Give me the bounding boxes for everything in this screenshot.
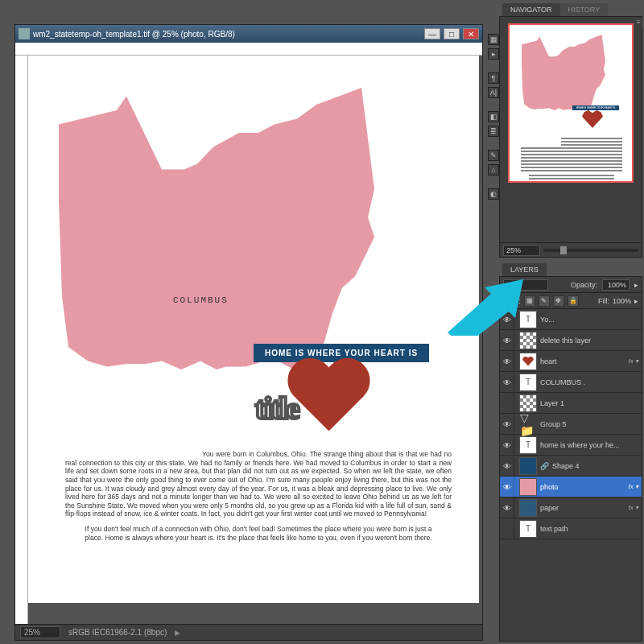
zoom-slider[interactable] (543, 249, 638, 252)
layers-lock-row: Lock: ▦ ✎ ✥ 🔒 Fill: 100% ▸ (500, 293, 642, 309)
layer-name[interactable]: Yo... (540, 316, 638, 324)
lock-all-icon[interactable]: 🔒 (568, 295, 579, 307)
panel-menu-icon[interactable]: ≡ (634, 18, 642, 27)
layer-thumbnail: ▽ 📁 (519, 415, 537, 433)
visibility-toggle[interactable]: 👁 (500, 309, 514, 329)
fill-label: Fill: (598, 297, 609, 305)
layer-row[interactable]: 👁delete this layer (500, 330, 642, 351)
character-icon[interactable]: A| (488, 87, 499, 98)
nav-zoom-field[interactable]: 25% (503, 245, 540, 256)
opacity-arrow-icon[interactable]: ▸ (634, 281, 638, 289)
maximize-button[interactable]: □ (444, 28, 460, 39)
layer-thumbnail (519, 394, 537, 412)
fill-field[interactable]: 100% (613, 297, 631, 305)
styles-icon[interactable]: ≣ (488, 126, 499, 137)
vertical-toolbar: ▦ ▸ ¶ A| ◧ ≣ ✎ ⌂ ◐ (488, 34, 499, 200)
layer-row[interactable]: 👁photofx ▾ (500, 477, 642, 497)
fill-arrow-icon[interactable]: ▸ (634, 297, 638, 305)
blend-mode-select[interactable]: rmal (503, 279, 548, 291)
layer-thumbnail: T (519, 311, 537, 328)
layer-thumbnail (519, 353, 537, 370)
document-title: wm2_statetemp-oh_template1.tif @ 25% (ph… (33, 30, 421, 39)
adjust-icon[interactable]: ◐ (488, 188, 499, 200)
page: COLUMBUS HOME IS WHERE YOUR HEART IS tit… (28, 56, 479, 603)
layer-name[interactable]: text path (540, 525, 638, 533)
layer-row[interactable]: 👁🔗Shape 4 (500, 456, 642, 477)
swatches-icon[interactable]: ◧ (488, 111, 499, 122)
lock-transparency-icon[interactable]: ▦ (524, 295, 535, 307)
tab-layers[interactable]: LAYERS (502, 263, 547, 276)
tab-history[interactable]: HISTORY (560, 3, 609, 16)
layer-name[interactable]: home is where your he... (540, 441, 638, 449)
fx-badge[interactable]: fx ▾ (629, 483, 638, 490)
layer-thumbnail (519, 332, 537, 349)
brush-icon[interactable]: ✎ (488, 150, 499, 161)
visibility-toggle[interactable]: 👁 (500, 372, 514, 392)
layer-thumbnail: T (519, 436, 537, 454)
visibility-toggle[interactable]: 👁 (500, 456, 514, 476)
body-text: You were born in Columbus, Ohio. The str… (65, 450, 452, 548)
navigator-panel: ≡ HOME IS WHERE YOUR HEART IS title (499, 16, 642, 258)
ruler-vertical[interactable] (15, 56, 28, 624)
layers-blend-row: rmal Opacity: 100% ▸ (500, 277, 642, 293)
state-label: COLUMBUS (173, 295, 229, 305)
layers-tabs: LAYERS (497, 260, 644, 276)
arrange-icon[interactable]: ▦ (488, 34, 499, 45)
visibility-toggle[interactable]: 👁 (500, 351, 514, 371)
status-info: sRGB IEC61966-2.1 (8bpc) (68, 628, 167, 637)
layer-name[interactable]: paper (540, 504, 625, 512)
visibility-toggle[interactable] (500, 393, 514, 413)
lock-paint-icon[interactable]: ✎ (539, 295, 550, 307)
minimize-button[interactable]: — (424, 28, 440, 39)
layer-thumbnail (519, 499, 537, 517)
layer-row[interactable]: 👁heartfx ▾ (500, 351, 642, 372)
layer-row[interactable]: 👁Thome is where your he... (500, 435, 642, 456)
document-titlebar: wm2_statetemp-oh_template1.tif @ 25% (ph… (15, 25, 482, 43)
layer-thumbnail: T (519, 374, 537, 391)
title-word: title (255, 390, 298, 426)
layers-list: 👁TYo...👁delete this layer👁heartfx ▾👁TCOL… (500, 309, 642, 641)
opacity-label: Opacity: (571, 281, 597, 289)
layer-row[interactable]: 👁▽ 📁Group 5 (500, 414, 642, 435)
layer-name[interactable]: COLUMBUS . (540, 378, 638, 386)
lock-label: Lock: (503, 297, 521, 305)
fx-badge[interactable]: fx ▾ (629, 504, 638, 511)
layer-thumbnail: T (519, 520, 537, 538)
navigator-footer: 25% (500, 242, 642, 257)
layer-thumbnail (519, 457, 537, 475)
layer-thumbnail (519, 478, 537, 496)
visibility-toggle[interactable] (500, 518, 514, 539)
tab-navigator[interactable]: NAVIGATOR (502, 3, 560, 16)
status-arrow-icon[interactable]: ▶ (175, 629, 180, 637)
layer-row[interactable]: Ttext path (500, 518, 642, 539)
ohio-shape (56, 88, 378, 369)
lock-position-icon[interactable]: ✥ (553, 295, 564, 307)
visibility-toggle[interactable]: 👁 (500, 497, 514, 518)
visibility-toggle[interactable]: 👁 (500, 477, 514, 497)
layer-name[interactable]: photo (540, 483, 625, 491)
document-window: wm2_statetemp-oh_template1.tif @ 25% (ph… (14, 24, 483, 641)
doc-icon (19, 28, 30, 39)
navigator-thumbnail[interactable]: HOME IS WHERE YOUR HEART IS title (508, 23, 634, 183)
close-button[interactable]: ✕ (463, 28, 479, 39)
canvas[interactable]: COLUMBUS HOME IS WHERE YOUR HEART IS tit… (28, 56, 482, 624)
layer-row[interactable]: 👁paperfx ▾ (500, 497, 642, 518)
statusbar: 25% sRGB IEC61966-2.1 (8bpc) ▶ (15, 624, 482, 640)
layer-name[interactable]: heart (540, 357, 625, 365)
ruler-horizontal[interactable] (15, 43, 482, 56)
layer-name[interactable]: Layer 1 (540, 399, 638, 407)
zoom-field[interactable]: 25% (20, 626, 60, 638)
paragraph-icon[interactable]: ¶ (488, 72, 499, 84)
tool-preset-icon[interactable]: ⌂ (488, 164, 499, 175)
layer-name[interactable]: Group 5 (540, 420, 638, 428)
visibility-toggle[interactable]: 👁 (500, 435, 514, 455)
layer-row[interactable]: 👁TYo... (500, 309, 642, 330)
visibility-toggle[interactable]: 👁 (500, 414, 514, 434)
opacity-field[interactable]: 100% (602, 279, 630, 291)
layer-row[interactable]: 👁TCOLUMBUS . (500, 372, 642, 393)
visibility-toggle[interactable]: 👁 (500, 330, 514, 350)
toggle-panels-icon[interactable]: ▸ (488, 48, 499, 60)
layer-name[interactable]: delete this layer (540, 336, 638, 345)
layer-name[interactable]: Shape 4 (552, 462, 638, 470)
fx-badge[interactable]: fx ▾ (629, 357, 638, 365)
